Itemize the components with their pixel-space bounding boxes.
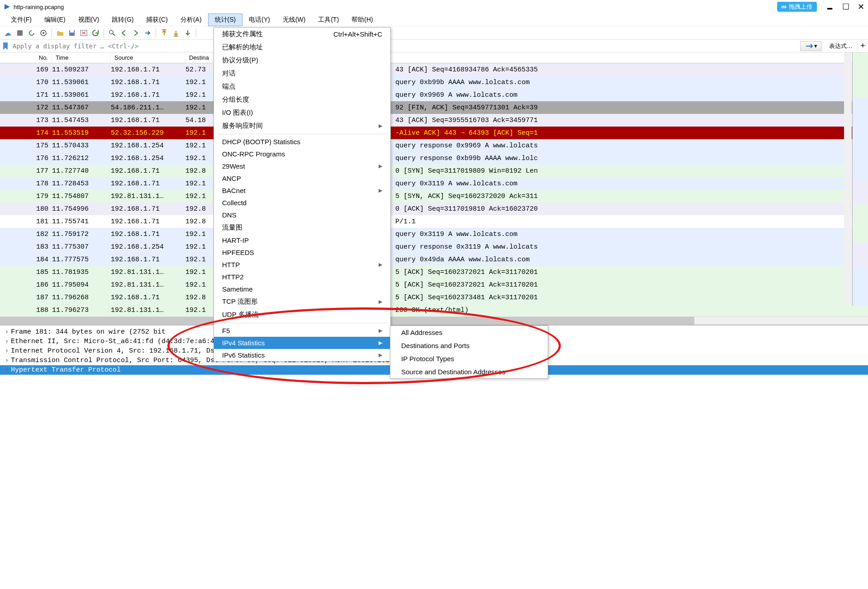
menu-视图[interactable]: 视图(V)	[72, 14, 106, 26]
packet-row[interactable]: 16911.509237192.168.1.7152.7343 [ACK] Se…	[0, 63, 868, 76]
column-destination[interactable]: Destina	[185, 52, 213, 63]
stop-capture-icon[interactable]	[14, 28, 25, 38]
packet-row[interactable]: 17611.726212192.168.1.254192.1query resp…	[0, 152, 868, 165]
open-file-icon[interactable]	[55, 28, 66, 38]
packet-row[interactable]: 18611.795094192.81.131.1…192.15 [ACK] Se…	[0, 278, 868, 291]
menu-帮助[interactable]: 帮助(H)	[345, 14, 379, 26]
save-file-icon[interactable]	[66, 28, 77, 38]
close-file-icon[interactable]	[78, 28, 89, 38]
packet-row[interactable]: 17811.728453192.168.1.71192.1query 0x311…	[0, 177, 868, 190]
menu-item-hart-ip[interactable]: HART-IP	[214, 234, 390, 246]
packet-row[interactable]: 18511.781935192.81.131.1…192.15 [ACK] Se…	[0, 266, 868, 278]
menu-无线[interactable]: 无线(W)	[276, 14, 312, 26]
menu-跳转[interactable]: 跳转(G)	[105, 14, 140, 26]
go-back-icon[interactable]	[119, 28, 129, 38]
menu-电话[interactable]: 电话(Y)	[242, 14, 276, 26]
packet-row[interactable]: 17011.539061192.168.1.71192.1query 0xb99…	[0, 76, 868, 89]
menu-捕获[interactable]: 捕获(C)	[140, 14, 174, 26]
menu-item-http[interactable]: HTTP▶	[214, 259, 390, 271]
apply-filter-button[interactable]: ▾	[800, 41, 822, 51]
go-first-icon[interactable]	[159, 28, 170, 38]
vertical-scrollbar[interactable]	[844, 52, 852, 306]
packet-row[interactable]: 17211.54736754.186.211.1…192.192 [FIN, A…	[0, 101, 868, 114]
menu-item-ipv6-statistics[interactable]: IPv6 Statistics▶	[214, 349, 390, 361]
expand-icon[interactable]: ›	[3, 366, 11, 374]
restart-capture-icon[interactable]	[26, 28, 37, 38]
menu-item-dhcp-bootp-statistics[interactable]: DHCP (BOOTP) Statistics	[214, 136, 390, 148]
packet-row[interactable]: 17911.754807192.81.131.1…192.15 [SYN, AC…	[0, 190, 868, 203]
packet-row[interactable]: 18011.754996192.168.1.71192.80 [ACK] Seq…	[0, 203, 868, 215]
shark-fin-icon[interactable]	[3, 28, 14, 38]
menu-item-tcp-[interactable]: TCP 流图形▶	[214, 295, 390, 308]
packet-row[interactable]: 18711.796268192.168.1.71192.85 [ACK] Seq…	[0, 291, 868, 304]
menu-item-29west[interactable]: 29West▶	[214, 160, 390, 172]
submenu-item-destinations-and-ports[interactable]: Destinations and Ports	[390, 339, 548, 352]
menu-文件[interactable]: 文件(F)	[5, 14, 38, 26]
menu-item-i-o-i-[interactable]: I/O 图表(I)	[214, 106, 390, 119]
cell-dest: 192.8	[185, 294, 213, 302]
packet-row[interactable]: 18311.775307192.168.1.254192.1query resp…	[0, 240, 868, 253]
display-filter-input[interactable]	[11, 42, 797, 50]
packet-row[interactable]: 18811.796273192.81.131.1…192.1200 OK (te…	[0, 304, 868, 316]
find-icon[interactable]	[107, 28, 118, 38]
menu-item-ancp[interactable]: ANCP	[214, 172, 390, 184]
column-source[interactable]: Source	[111, 52, 185, 63]
jump-to-icon[interactable]	[142, 28, 153, 38]
column-time[interactable]: Time	[52, 52, 111, 63]
menu-item--[interactable]: 捕获文件属性Ctrl+Alt+Shift+C	[214, 28, 390, 41]
menu-编辑[interactable]: 编辑(E)	[38, 14, 72, 26]
cell-source: 192.81.131.1…	[111, 306, 185, 314]
expand-icon[interactable]: ›	[3, 357, 11, 364]
menu-item-hpfeeds[interactable]: HPFEEDS	[214, 246, 390, 259]
menu-item--[interactable]: 流量图	[214, 221, 390, 234]
menu-item--[interactable]: 分组长度	[214, 93, 390, 106]
go-last-icon[interactable]	[171, 28, 181, 38]
menu-统计[interactable]: 统计(S)	[208, 14, 243, 26]
menu-item--[interactable]: 已解析的地址	[214, 41, 390, 54]
minimize-button[interactable]: 🗕	[826, 2, 834, 12]
packet-minimap[interactable]	[852, 52, 868, 306]
add-filter-button[interactable]: +	[857, 41, 868, 51]
cell-dest: 192.1	[185, 243, 213, 251]
expand-icon[interactable]: ›	[3, 328, 11, 336]
menu-分析[interactable]: 分析(A)	[174, 14, 208, 26]
menu-item-sametime[interactable]: Sametime	[214, 283, 390, 295]
submenu-item-all-addresses[interactable]: All Addresses	[390, 326, 548, 339]
menu-item-f5[interactable]: F5▶	[214, 325, 390, 337]
menu-item-onc-rpc-programs[interactable]: ONC-RPC Programs	[214, 148, 390, 160]
packet-row[interactable]: 17311.547453192.168.1.7154.1843 [ACK] Se…	[0, 114, 868, 127]
menu-item-udp-[interactable]: UDP 多播流	[214, 308, 390, 321]
upload-widget[interactable]: ∞ 拖拽上传	[777, 2, 817, 12]
menu-item--[interactable]: 端点	[214, 80, 390, 93]
menu-item-collectd[interactable]: Collectd	[214, 197, 390, 209]
packet-row[interactable]: 18211.759172192.168.1.71192.1query 0x311…	[0, 228, 868, 240]
packet-row[interactable]: 17511.570433192.168.1.254192.1query resp…	[0, 139, 868, 152]
packet-row[interactable]: 17711.727740192.168.1.71192.80 [SYN] Seq…	[0, 165, 868, 177]
menu-item-ipv4-statistics[interactable]: IPv4 Statistics▶	[214, 337, 390, 349]
expression-button[interactable]: 表达式…	[825, 42, 857, 50]
menu-item--p-[interactable]: 协议分级(P)	[214, 54, 390, 67]
menu-item--[interactable]: 服务响应时间▶	[214, 119, 390, 132]
menu-item-bacnet[interactable]: BACnet▶	[214, 184, 390, 197]
close-button[interactable]: ✕	[858, 2, 864, 12]
capture-options-icon[interactable]	[38, 28, 49, 38]
horizontal-scrollbar[interactable]	[0, 316, 868, 325]
menu-工具[interactable]: 工具(T)	[312, 14, 345, 26]
packet-row[interactable]: 17411.55351952.32.156.229192.1-Alive ACK…	[0, 127, 868, 139]
expand-icon[interactable]: ›	[3, 347, 11, 355]
packet-row[interactable]: 18411.777575192.168.1.71192.1query 0x49d…	[0, 253, 868, 266]
column-no[interactable]: No.	[0, 52, 52, 63]
bookmark-icon[interactable]	[0, 42, 11, 50]
menu-item-http2[interactable]: HTTP2	[214, 271, 390, 283]
expand-icon[interactable]: ›	[3, 338, 11, 345]
menu-item--[interactable]: 对话	[214, 67, 390, 80]
reload-icon[interactable]	[90, 28, 101, 38]
maximize-button[interactable]: ☐	[842, 2, 849, 12]
submenu-item-ip-protocol-types[interactable]: IP Protocol Types	[390, 352, 548, 365]
go-forward-icon[interactable]	[130, 28, 141, 38]
auto-scroll-icon[interactable]	[182, 28, 193, 38]
submenu-item-source-and-destination-addresses[interactable]: Source and Destination Addresses	[390, 365, 548, 378]
packet-row[interactable]: 18111.755741192.168.1.71192.8P/1.1	[0, 215, 868, 228]
packet-row[interactable]: 17111.539061192.168.1.71192.1query 0x996…	[0, 89, 868, 101]
menu-item-dns[interactable]: DNS	[214, 209, 390, 221]
